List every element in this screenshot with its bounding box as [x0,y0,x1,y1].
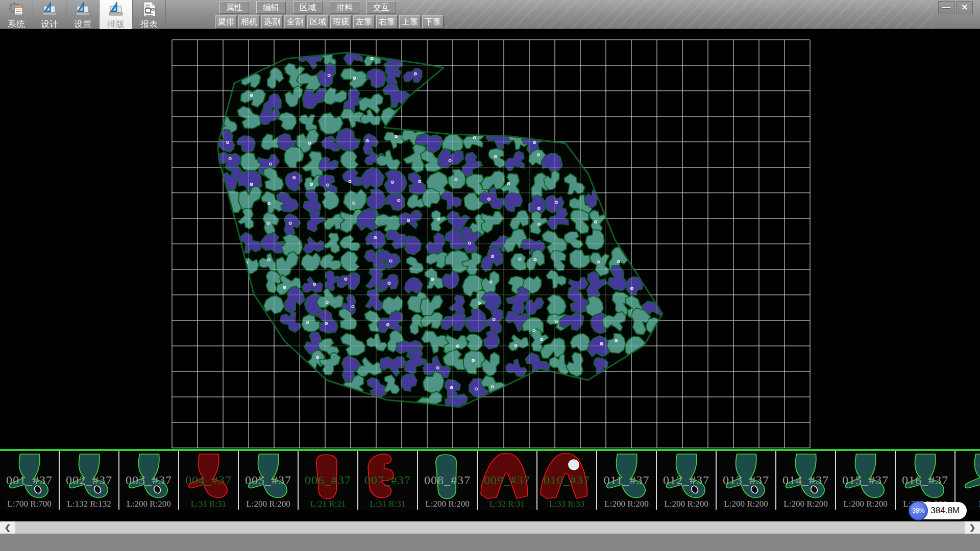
thumbnail-piece-13[interactable]: 013_#37 L:200 R:200 [717,451,776,510]
piece-lr-count: L:33 R:33 [537,499,596,509]
thumbnail-piece-4[interactable]: 004_#37 L:31 R:31 [179,451,239,510]
piece-lr-count: L:21 R:21 [299,499,357,509]
piece-id-label: 010_#37 [537,473,596,487]
thumbnail-piece-10[interactable]: 010_#37 L:33 R:33 [537,451,597,510]
piece-id-label: 004_#37 [179,473,238,487]
thumbnail-piece-14[interactable]: 014_#37 L:200 R:200 [776,451,836,510]
settings-ruler-icon [74,1,91,19]
main-button-label: 排版 [107,19,125,30]
titlebar-hatch-texture [403,0,934,29]
system-gear-icon [8,1,25,19]
thumbnail-piece-17[interactable]: 0 L:2 [955,451,980,510]
piece-id-label: 003_#37 [119,473,178,487]
piece-id-label: 005_#37 [239,473,298,487]
action-button-8[interactable]: 右靠 [376,15,398,29]
action-button-7[interactable]: 左靠 [353,15,375,29]
piece-id-label: 009_#37 [478,473,536,487]
piece-id-label: 014_#37 [776,473,835,487]
horizontal-scrollbar[interactable]: ❮ ❯ [0,521,980,534]
main-module-buttons: 系统 设计 设置 排版 [0,0,166,29]
menu-tab-4[interactable]: 排料 [330,1,359,14]
nesting-canvas[interactable] [0,29,980,449]
action-button-6[interactable]: 瑕疵 [330,15,352,29]
nest-layout-svg [0,29,980,449]
thumbnail-piece-11[interactable]: 011_#37 L:200 R:200 [597,451,657,510]
piece-lr-count: L:31 R:31 [179,499,238,509]
piece-lr-count: L:200 R:200 [239,499,298,509]
toolbar: 系统 设计 设置 排版 [0,0,980,29]
menu-tab-1[interactable]: 属性 [219,1,249,14]
action-button-4[interactable]: 全割 [284,15,306,29]
nesting-ruler-icon [107,1,125,19]
main-button-label: 设计 [41,19,58,30]
thumbnail-piece-12[interactable]: 012_#37 L:200 R:200 [657,451,717,510]
piece-lr-count: L:200 R:200 [717,499,775,509]
piece-lr-count: L:200 R:200 [119,499,178,509]
piece-id-label: 002_#37 [60,473,118,487]
action-button-10[interactable]: 下靠 [422,15,444,29]
progress-percent-badge: 38% [909,501,928,520]
memory-status-badge: 38% 384.8M [910,502,967,519]
main-button-label: 系统 [8,19,25,30]
piece-id-label: 001_#37 [0,473,59,487]
main-button-5[interactable]: 报表 [133,0,166,29]
thumbnail-piece-15[interactable]: 015_#37 L:200 R:200 [836,451,896,510]
piece-id-label: 008_#37 [418,473,477,487]
thumbnail-piece-2[interactable]: 002_#37 L:132 R:132 [60,451,119,510]
piece-lr-count: L:200 R:200 [836,499,895,509]
action-button-2[interactable]: 相机 [238,15,260,29]
design-ruler-icon [41,1,58,19]
piece-lr-count: L:200 R:200 [657,499,716,509]
action-button-1[interactable]: 聚排 [215,15,237,29]
close-button[interactable]: ✕ [957,1,973,14]
piece-id-label: 016_#37 [896,473,954,487]
thumbnail-piece-7[interactable]: 007_#37 L:31 R:31 [358,451,418,510]
piece-id-label: 011_#37 [597,473,656,487]
piece-lr-count: L:200 R:200 [597,499,656,509]
piece-id-label: 015_#37 [836,473,895,487]
menu-tab-5[interactable]: 交互 [366,1,396,14]
piece-id-label: 012_#37 [657,473,716,487]
thumbnail-piece-1[interactable]: 001_#37 L:700 R:700 [0,451,60,510]
thumbnail-piece-6[interactable]: 006_#37 L:21 R:21 [299,451,358,510]
main-button-1[interactable]: 系统 [0,0,33,29]
action-button-3[interactable]: 选割 [261,15,283,29]
main-button-label: 报表 [140,19,158,30]
action-button-row: 聚排相机选割全割区域瑕疵左靠右靠上靠下靠 [215,15,445,29]
thumbnail-piece-9[interactable]: 009_#37 L:32 R:31 [478,451,537,510]
window-controls: — ✕ [938,1,973,14]
thumbnail-piece-16[interactable]: 016_#37 L:200 R:200 [896,451,955,510]
report-doc-icon [140,1,158,19]
action-button-9[interactable]: 上靠 [399,15,421,29]
action-button-5[interactable]: 区域 [307,15,329,29]
main-button-4[interactable]: 排版 [100,0,133,29]
thumbnail-piece-5[interactable]: 005_#37 L:200 R:200 [239,451,299,510]
scroll-right-button[interactable]: ❯ [965,521,980,534]
piece-lr-count: L:700 R:700 [0,499,59,509]
piece-lr-count: L:200 R:200 [418,499,477,509]
thumbnail-piece-8[interactable]: 008_#37 L:200 R:200 [418,451,478,510]
piece-lr-count: L:31 R:31 [358,499,417,509]
main-button-2[interactable]: 设计 [33,0,66,29]
piece-lr-count: L:32 R:31 [478,499,536,509]
strip-bottom-gap [0,510,980,521]
memory-value: 384.8M [930,506,960,516]
piece-thumbnail-strip: 001_#37 L:700 R:700 002_#37 L:132 R:132 … [0,451,980,510]
menu-tab-2[interactable]: 编辑 [256,1,286,14]
piece-id-label: 013_#37 [717,473,775,487]
piece-lr-count: L:200 R:200 [776,499,835,509]
menu-tab-row: 属性编辑区域排料交互 [219,1,403,14]
minimize-button[interactable]: — [938,1,954,14]
main-button-3[interactable]: 设置 [66,0,100,29]
piece-lr-count: L:132 R:132 [60,499,118,509]
scroll-left-button[interactable]: ❮ [0,521,15,534]
status-bar [0,534,980,551]
piece-id-label: 007_#37 [358,473,417,487]
main-button-label: 设置 [74,19,91,30]
thumbnail-piece-3[interactable]: 003_#37 L:200 R:200 [119,451,179,510]
piece-id-label: 006_#37 [299,473,357,487]
piece-id-label: 0 [955,473,980,487]
menu-tab-3[interactable]: 区域 [293,1,323,14]
